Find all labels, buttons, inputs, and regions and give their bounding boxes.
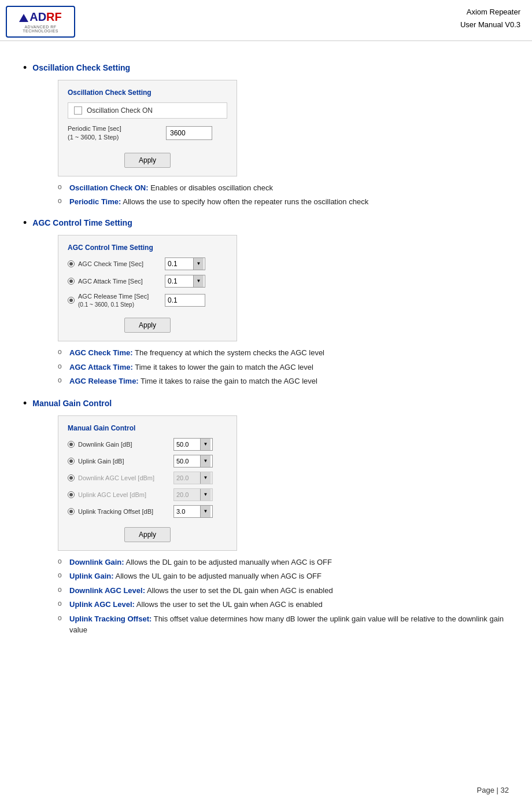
- mgc-sub-item-5: o Uplink Tracking Offset: This offset va…: [58, 613, 509, 636]
- agc-check-time-row: AGC Check Time [Sec] ▼: [68, 257, 227, 270]
- bullet-mgc: •: [23, 398, 27, 410]
- logo-rf: RF: [46, 10, 62, 24]
- oscillation-term-2: Periodic Time:: [69, 197, 121, 206]
- agc-check-radio[interactable]: [68, 260, 75, 267]
- mgc-term-2: Uplink Gain:: [69, 572, 114, 580]
- mgc-uplink-tracking-input-group: ▼: [173, 505, 213, 518]
- mgc-uplink-gain-label: Uplink Gain [dB]: [78, 458, 173, 465]
- mgc-section-header: • Manual Gain Control: [23, 399, 509, 410]
- agc-section-title: AGC Control Time Setting: [32, 218, 132, 227]
- mgc-apply-button[interactable]: Apply: [124, 527, 171, 542]
- mgc-uplink-tracking-radio[interactable]: [68, 508, 75, 515]
- agc-apply-container: Apply: [68, 313, 227, 333]
- agc-attack-radio[interactable]: [68, 278, 75, 285]
- mgc-uplink-tracking-label: Uplink Tracking Offset [dB]: [78, 508, 173, 515]
- mgc-downlink-gain-input[interactable]: [174, 440, 200, 449]
- mgc-uplink-agc-label: Uplink AGC Level [dBm]: [78, 491, 173, 498]
- mgc-uplink-tracking-input[interactable]: [174, 507, 200, 516]
- agc-check-time-input[interactable]: [165, 259, 193, 269]
- agc-release-time-input[interactable]: [165, 295, 193, 306]
- mgc-uplink-gain-radio[interactable]: [68, 458, 75, 465]
- mgc-uplink-gain-dropdown[interactable]: ▼: [200, 455, 210, 467]
- header: ADRF ADVANCED RF TECHNOLOGIES Axiom Repe…: [0, 0, 532, 41]
- agc-panel-title: AGC Control Time Setting: [68, 244, 227, 252]
- agc-sub-text-3: AGC Release Time: Time it takes to raise…: [69, 376, 317, 387]
- periodic-time-label: Periodic Time [sec] (1 ~ 3600, 1 Step): [68, 124, 166, 142]
- oscillation-sub-item-2: o Periodic Time: Allows the use to speci…: [58, 196, 509, 208]
- footer: Page | 32: [477, 786, 509, 794]
- agc-sub-item-1: o AGC Check Time: The frequency at which…: [58, 347, 509, 359]
- oscillation-checkbox-row: Oscillation Check ON: [68, 102, 227, 119]
- agc-release-time-input-group: [165, 294, 205, 307]
- mgc-sub-item-4: o Uplink AGC Level: Allows the user to s…: [58, 599, 509, 610]
- oscillation-checkbox-label: Oscillation Check ON: [87, 106, 153, 115]
- oscillation-sub-list: o Oscillation Check ON: Enables or disab…: [58, 182, 509, 208]
- agc-attack-time-input-group: ▼: [165, 275, 205, 288]
- agc-check-time-dropdown[interactable]: ▼: [193, 258, 204, 270]
- oscillation-section-title: Oscillation Check Setting: [32, 63, 130, 72]
- agc-check-time-label: AGC Check Time [Sec]: [78, 260, 165, 267]
- mgc-uplink-agc-dropdown: ▼: [200, 489, 210, 500]
- mgc-uplink-tracking-dropdown[interactable]: ▼: [200, 506, 210, 517]
- agc-release-radio[interactable]: [68, 297, 75, 304]
- header-title-line2: User Manual V0.3: [460, 19, 520, 31]
- mgc-term-3: Downlink AGC Level:: [69, 586, 145, 595]
- agc-check-time-input-group: ▼: [165, 257, 205, 270]
- agc-attack-time-dropdown[interactable]: ▼: [193, 275, 204, 287]
- mgc-uplink-gain-input-group: ▼: [173, 455, 213, 468]
- mgc-uplink-agc-row: Uplink AGC Level [dBm] ▼: [68, 488, 227, 501]
- mgc-sub-text-3: Downlink AGC Level: Allows the user to s…: [69, 585, 333, 597]
- mgc-term-5: Uplink Tracking Offset:: [69, 614, 152, 623]
- oscillation-checkbox[interactable]: [74, 106, 82, 115]
- mgc-uplink-agc-radio[interactable]: [68, 491, 75, 498]
- mgc-sub-item-3: o Downlink AGC Level: Allows the user to…: [58, 585, 509, 597]
- mgc-downlink-gain-row: Downlink Gain [dB] ▼: [68, 438, 227, 451]
- periodic-time-input[interactable]: [166, 126, 212, 140]
- agc-term-2: AGC Attack Time:: [69, 363, 133, 371]
- oscillation-section-header: • Oscillation Check Setting: [23, 63, 509, 74]
- periodic-time-row: Periodic Time [sec] (1 ~ 3600, 1 Step): [68, 124, 227, 142]
- mgc-sub-text-4: Uplink AGC Level: Allows the user to set…: [69, 599, 323, 610]
- mgc-apply-container: Apply: [68, 522, 227, 542]
- agc-panel: AGC Control Time Setting AGC Check Time …: [58, 235, 237, 342]
- oscillation-panel: Oscillation Check Setting Oscillation Ch…: [58, 80, 237, 176]
- mgc-sub-text-1: Downlink Gain: Allows the DL gain to be …: [69, 557, 332, 568]
- mgc-downlink-agc-row: Downlink AGC Level [dBm] ▼: [68, 472, 227, 484]
- agc-sub-list: o AGC Check Time: The frequency at which…: [58, 347, 509, 387]
- oscillation-term-1: Oscillation Check ON:: [69, 183, 149, 192]
- mgc-sub-item-1: o Downlink Gain: Allows the DL gain to b…: [58, 557, 509, 568]
- main-content: • Oscillation Check Setting Oscillation …: [0, 41, 532, 663]
- agc-attack-time-row: AGC Attack Time [Sec] ▼: [68, 275, 227, 288]
- mgc-downlink-gain-input-group: ▼: [173, 438, 213, 451]
- oscillation-apply-button[interactable]: Apply: [124, 153, 171, 168]
- oscillation-sub-item-1: o Oscillation Check ON: Enables or disab…: [58, 182, 509, 194]
- mgc-downlink-gain-dropdown[interactable]: ▼: [200, 439, 210, 450]
- mgc-sub-text-5: Uplink Tracking Offset: This offset valu…: [69, 613, 509, 636]
- mgc-uplink-gain-row: Uplink Gain [dB] ▼: [68, 455, 227, 468]
- agc-attack-time-input[interactable]: [165, 276, 193, 286]
- logo-box: ADRF ADVANCED RF TECHNOLOGIES: [6, 6, 75, 38]
- logo-sub-text: ADVANCED RF TECHNOLOGIES: [9, 25, 72, 33]
- mgc-downlink-gain-radio[interactable]: [68, 441, 75, 448]
- mgc-sub-text-2: Uplink Gain: Allows the UL gain to be ad…: [69, 571, 322, 582]
- mgc-section-title: Manual Gain Control: [32, 399, 112, 408]
- mgc-uplink-gain-input[interactable]: [174, 457, 200, 466]
- mgc-downlink-agc-dropdown: ▼: [200, 472, 210, 484]
- mgc-downlink-gain-label: Downlink Gain [dB]: [78, 441, 173, 448]
- logo-ad: AD: [29, 10, 46, 24]
- agc-sub-item-2: o AGC Attack Time: Time it takes to lowe…: [58, 362, 509, 373]
- mgc-uplink-agc-input: [174, 490, 200, 499]
- agc-release-time-row: AGC Release Time [Sec](0.1 ~ 3600, 0.1 S…: [68, 292, 227, 309]
- mgc-downlink-agc-input-group: ▼: [173, 472, 213, 484]
- agc-apply-button[interactable]: Apply: [124, 318, 171, 333]
- agc-sub-text-1: AGC Check Time: The frequency at which t…: [69, 347, 324, 359]
- agc-sub-item-3: o AGC Release Time: Time it takes to rai…: [58, 376, 509, 387]
- mgc-downlink-agc-radio[interactable]: [68, 474, 75, 481]
- bullet-agc: •: [23, 217, 27, 229]
- mgc-panel: Manual Gain Control Downlink Gain [dB] ▼…: [58, 415, 237, 551]
- agc-term-1: AGC Check Time:: [69, 348, 133, 357]
- logo-area: ADRF ADVANCED RF TECHNOLOGIES: [6, 6, 75, 38]
- mgc-uplink-tracking-row: Uplink Tracking Offset [dB] ▼: [68, 505, 227, 518]
- mgc-downlink-agc-input: [174, 473, 200, 483]
- mgc-term-4: Uplink AGC Level:: [69, 600, 135, 609]
